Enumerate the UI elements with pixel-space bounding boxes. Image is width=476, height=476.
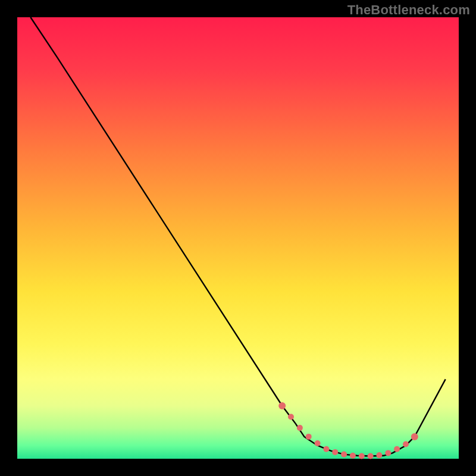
highlight-point bbox=[288, 414, 294, 420]
highlight-point bbox=[368, 453, 374, 459]
chart-canvas bbox=[0, 0, 476, 476]
highlight-point bbox=[306, 434, 312, 440]
highlight-point bbox=[278, 402, 286, 409]
highlight-point bbox=[411, 433, 418, 440]
highlight-point bbox=[315, 440, 321, 446]
bottleneck-chart: TheBottleneck.com bbox=[0, 0, 476, 476]
highlight-point bbox=[350, 453, 356, 459]
highlight-point bbox=[394, 446, 400, 452]
highlight-point bbox=[332, 449, 338, 455]
highlight-point bbox=[341, 452, 347, 458]
highlight-point bbox=[323, 446, 329, 452]
highlight-point bbox=[385, 450, 391, 456]
highlight-point bbox=[403, 441, 409, 447]
highlight-point bbox=[376, 452, 382, 458]
highlight-point bbox=[359, 453, 365, 459]
highlight-point bbox=[297, 425, 303, 431]
plot-background bbox=[17, 17, 459, 459]
